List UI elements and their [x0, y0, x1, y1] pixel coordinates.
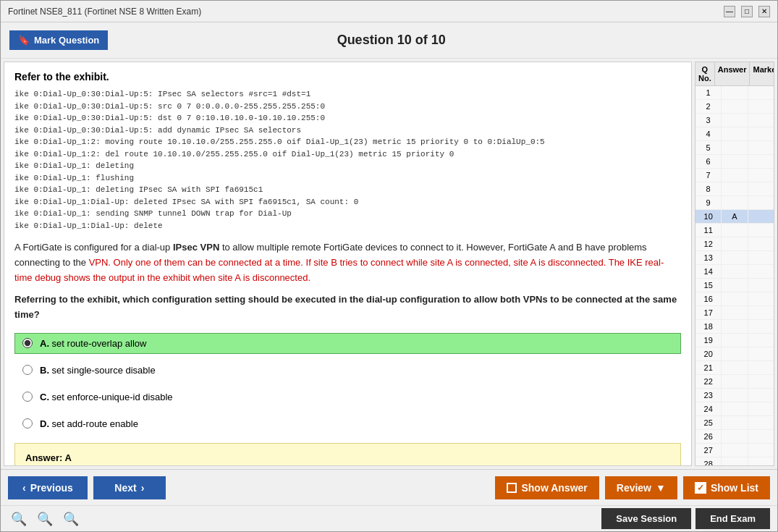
- option-a-radio[interactable]: [22, 338, 33, 348]
- option-c-text: C. set enforce-unique-id disable: [40, 392, 173, 402]
- option-a-text: A. set route-overlap allow: [40, 338, 146, 349]
- sidebar-qno: 27: [695, 444, 722, 457]
- sidebar-answer: [722, 430, 748, 443]
- sidebar-marked: [748, 306, 774, 319]
- sidebar-row[interactable]: 5: [695, 141, 774, 155]
- sidebar-row[interactable]: 25: [695, 416, 774, 430]
- sidebar-marked: [748, 182, 774, 195]
- sidebar-row[interactable]: 13: [695, 251, 774, 265]
- sidebar-row[interactable]: 14: [695, 265, 774, 279]
- sidebar-row[interactable]: 27: [695, 444, 774, 457]
- sidebar-qno: 18: [695, 320, 722, 333]
- end-exam-button[interactable]: End Exam: [695, 508, 770, 529]
- option-b[interactable]: B. set single-source disable: [14, 360, 681, 381]
- mark-question-button[interactable]: 🔖 Mark Question: [9, 30, 108, 50]
- sidebar-qno: 9: [695, 196, 722, 209]
- option-b-radio[interactable]: [22, 365, 33, 375]
- option-d[interactable]: D. set add-route enable: [14, 413, 681, 434]
- options-list: A. set route-overlap allow B. set single…: [14, 333, 681, 434]
- sidebar-row[interactable]: 21: [695, 361, 774, 375]
- title-bar: Fortinet NSE8_811 (Fortinet NSE 8 Writte…: [1, 1, 777, 22]
- option-a[interactable]: A. set route-overlap allow: [14, 333, 681, 354]
- sidebar-answer: [722, 334, 748, 347]
- sidebar-row[interactable]: 16: [695, 292, 774, 306]
- sidebar-qno: 4: [695, 127, 722, 140]
- sidebar-row[interactable]: 9: [695, 196, 774, 210]
- sidebar-row[interactable]: 8: [695, 182, 774, 196]
- sidebar-row[interactable]: 11: [695, 224, 774, 237]
- sidebar-answer: [722, 169, 748, 182]
- sidebar-row[interactable]: 15: [695, 279, 774, 292]
- sidebar-row[interactable]: 2: [695, 100, 774, 114]
- maximize-button[interactable]: □: [741, 6, 753, 17]
- sidebar-qno: 10: [695, 210, 722, 223]
- sidebar-answer: [722, 155, 748, 168]
- review-dropdown-icon: ▼: [656, 482, 666, 494]
- option-c-radio[interactable]: [22, 392, 33, 402]
- sidebar-qno: 2: [695, 100, 722, 113]
- sidebar-marked: [748, 334, 774, 347]
- bottom-nav: ‹ Previous Next › Show Answer Review ▼ ✓…: [1, 469, 777, 505]
- sidebar-row[interactable]: 12: [695, 237, 774, 251]
- sidebar-row[interactable]: 24: [695, 402, 774, 416]
- sidebar-answer-header: Answer: [715, 62, 750, 85]
- sidebar-row[interactable]: 19: [695, 334, 774, 347]
- option-c[interactable]: C. set enforce-unique-id disable: [14, 387, 681, 408]
- close-button[interactable]: ✕: [758, 6, 770, 17]
- sidebar-marked: [748, 430, 774, 443]
- question-title: Question 10 of 10: [337, 33, 446, 48]
- sidebar-row[interactable]: 26: [695, 430, 774, 444]
- sidebar-marked: [748, 402, 774, 415]
- sidebar-rows: 1 2 3 4 5 6 7 8 9 10 A 11: [695, 86, 774, 466]
- sidebar-row[interactable]: 3: [695, 114, 774, 127]
- sidebar-marked: [748, 347, 774, 360]
- sidebar-marked-header: Marked: [750, 62, 774, 85]
- zoom-in-button[interactable]: 🔍: [60, 510, 82, 528]
- sidebar-marked: [748, 169, 774, 182]
- sidebar-row[interactable]: 1: [695, 86, 774, 100]
- sidebar-marked: [748, 210, 774, 223]
- next-button[interactable]: Next ›: [93, 476, 166, 499]
- sidebar-qno: 3: [695, 114, 722, 127]
- sidebar-qno: 16: [695, 292, 722, 305]
- option-d-text: D. set add-route enable: [40, 418, 138, 429]
- sidebar-marked: [748, 279, 774, 292]
- option-d-radio[interactable]: [22, 418, 33, 428]
- previous-button[interactable]: ‹ Previous: [8, 476, 88, 499]
- sidebar-row[interactable]: 18: [695, 320, 774, 334]
- sidebar-row[interactable]: 10 A: [695, 210, 774, 224]
- sidebar-marked: [748, 444, 774, 457]
- sidebar-marked: [748, 320, 774, 333]
- sidebar-answer: [722, 389, 748, 402]
- sidebar-qno: 25: [695, 416, 722, 429]
- sidebar-row[interactable]: 23: [695, 389, 774, 402]
- review-button[interactable]: Review ▼: [605, 476, 677, 499]
- sidebar-answer: [722, 306, 748, 319]
- sidebar-answer: [722, 402, 748, 415]
- minimize-button[interactable]: —: [724, 6, 735, 17]
- sidebar-row[interactable]: 7: [695, 169, 774, 182]
- sidebar-marked: [748, 292, 774, 305]
- save-session-button[interactable]: Save Session: [601, 508, 691, 529]
- zoom-out-button[interactable]: 🔍: [8, 510, 30, 528]
- show-list-button[interactable]: ✓ Show List: [683, 476, 770, 499]
- sidebar-qno: 5: [695, 141, 722, 154]
- sidebar-qno: 26: [695, 430, 722, 443]
- show-answer-button[interactable]: Show Answer: [495, 476, 599, 499]
- sidebar-row[interactable]: 28: [695, 457, 774, 466]
- sidebar-marked: [748, 127, 774, 140]
- sidebar-row[interactable]: 22: [695, 375, 774, 389]
- sidebar-row[interactable]: 20: [695, 347, 774, 361]
- show-answer-checkbox-icon: [507, 483, 517, 493]
- sidebar-qno: 15: [695, 279, 722, 292]
- sidebar-marked: [748, 237, 774, 250]
- sidebar-qno: 20: [695, 347, 722, 360]
- sidebar-row[interactable]: 17: [695, 306, 774, 320]
- sidebar-answer: [722, 114, 748, 127]
- sidebar-row[interactable]: 4: [695, 127, 774, 141]
- sidebar-answer: A: [722, 210, 748, 223]
- sidebar-marked: [748, 375, 774, 388]
- sidebar-row[interactable]: 6: [695, 155, 774, 169]
- sidebar-answer: [722, 416, 748, 429]
- zoom-reset-button[interactable]: 🔍: [34, 510, 56, 528]
